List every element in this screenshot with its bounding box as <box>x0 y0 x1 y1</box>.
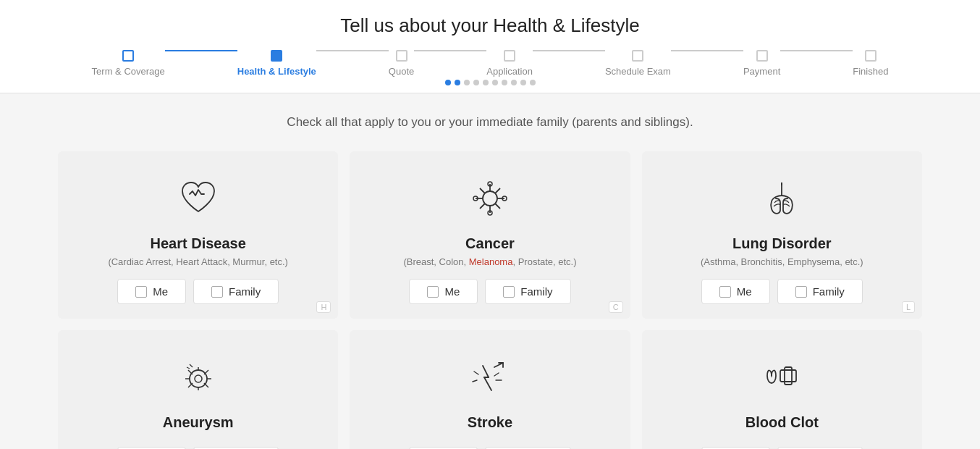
step-dot-1 <box>122 50 134 62</box>
heart-disease-me-checkbox <box>135 286 147 298</box>
lung-disorder-family-checkbox <box>795 286 807 298</box>
step-application: Application <box>486 50 533 77</box>
cancer-family-checkbox <box>503 286 515 298</box>
step-label-5: Schedule Exam <box>605 66 671 77</box>
card-stroke: Stroke Me Family S <box>350 330 630 449</box>
lung-disorder-me-checkbox <box>719 286 731 298</box>
page-title: Tell us about your Health & Lifestyle <box>0 14 980 37</box>
progress-dot-6 <box>492 80 498 85</box>
connector-2 <box>316 50 389 51</box>
step-label-4: Application <box>486 66 533 77</box>
lung-disorder-key: L <box>902 301 915 313</box>
heart-disease-me-button[interactable]: Me <box>117 279 186 304</box>
connector-4 <box>533 50 605 51</box>
heart-disease-subtitle: (Cardiac Arrest, Heart Attack, Murmur, e… <box>108 256 288 267</box>
svg-line-24 <box>190 364 193 367</box>
heart-disease-buttons: Me Family <box>117 279 279 304</box>
stroke-title: Stroke <box>468 414 512 431</box>
card-heart-disease: Heart Disease (Cardiac Arrest, Heart Att… <box>58 151 338 319</box>
card-lung-disorder: Lung Disorder (Asthma, Bronchitis, Emphy… <box>642 151 922 319</box>
step-dot-7 <box>865 50 876 62</box>
step-label-7: Finished <box>853 66 888 77</box>
step-finished: Finished <box>853 50 888 77</box>
blood-clot-icon <box>756 352 807 403</box>
lung-disorder-me-label: Me <box>737 285 752 298</box>
progress-dot-9 <box>520 80 526 85</box>
heart-disease-me-label: Me <box>153 285 168 298</box>
step-schedule-exam: Schedule Exam <box>605 50 671 77</box>
cancer-me-button[interactable]: Me <box>409 279 478 304</box>
svg-point-15 <box>195 375 202 382</box>
step-term-coverage: Term & Coverage <box>92 50 165 77</box>
heart-disease-family-checkbox <box>211 286 223 298</box>
step-dot-2 <box>271 50 282 62</box>
cancer-me-label: Me <box>444 285 460 298</box>
lung-disorder-buttons: Me Family <box>701 279 863 304</box>
conditions-grid: Heart Disease (Cardiac Arrest, Heart Att… <box>58 151 922 449</box>
aneurysm-icon <box>173 352 224 403</box>
cancer-me-checkbox <box>427 286 439 298</box>
svg-line-8 <box>480 203 485 209</box>
svg-line-26 <box>483 366 489 377</box>
progress-dot-7 <box>502 80 507 85</box>
card-aneurysm: Aneurysm Me Family A <box>58 330 338 449</box>
svg-line-33 <box>473 380 477 382</box>
step-dot-4 <box>504 50 515 62</box>
connector-6 <box>780 50 853 51</box>
svg-line-7 <box>495 188 500 193</box>
lung-disorder-subtitle: (Asthma, Bronchitis, Emphysema, etc.) <box>701 256 863 267</box>
progress-dot-2 <box>455 80 460 85</box>
step-label-1: Term & Coverage <box>92 66 165 77</box>
heart-disease-family-label: Family <box>229 285 261 298</box>
heart-disease-key: H <box>316 301 331 313</box>
svg-line-28 <box>484 377 491 390</box>
cancer-subtitle: (Breast, Colon, Melanoma, Prostate, etc.… <box>403 256 576 267</box>
cancer-icon <box>465 173 515 224</box>
progress-dot-4 <box>473 80 479 85</box>
svg-line-6 <box>495 203 500 209</box>
lung-disorder-me-button[interactable]: Me <box>701 279 770 304</box>
step-dot-3 <box>396 50 407 62</box>
lung-disorder-family-button[interactable]: Family <box>777 279 863 304</box>
svg-line-32 <box>474 372 478 374</box>
step-dot-6 <box>756 50 768 62</box>
step-payment: Payment <box>743 50 780 77</box>
blood-clot-title: Blood Clot <box>745 414 819 431</box>
page-header: Tell us about your Health & Lifestyle Te… <box>0 0 980 93</box>
connector-3 <box>414 50 486 51</box>
progress-dot-5 <box>483 80 489 85</box>
aneurysm-icon-svg <box>177 356 220 399</box>
lung-disorder-icon <box>756 173 807 224</box>
step-label-6: Payment <box>743 66 780 77</box>
heart-disease-family-button[interactable]: Family <box>193 279 279 304</box>
heart-disease-title: Heart Disease <box>151 235 246 252</box>
lung-disorder-title: Lung Disorder <box>732 235 832 252</box>
step-label-2: Health & Lifestyle <box>237 66 316 77</box>
aneurysm-title: Aneurysm <box>163 414 234 431</box>
svg-line-30 <box>494 373 499 376</box>
progress-dot-10 <box>530 80 536 85</box>
stroke-icon-svg <box>468 356 512 399</box>
progress-dot-1 <box>445 80 451 85</box>
connector-1 <box>165 50 237 51</box>
progress-dots <box>0 80 980 85</box>
cancer-highlight: Melanoma <box>469 256 513 267</box>
svg-rect-34 <box>780 370 796 382</box>
step-dot-5 <box>632 50 643 62</box>
heart-disease-icon <box>173 173 224 224</box>
cancer-family-button[interactable]: Family <box>485 279 570 304</box>
progress-dot-8 <box>511 80 517 85</box>
lung-icon-svg <box>760 177 803 220</box>
blood-clot-icon-svg <box>760 356 803 399</box>
cancer-title: Cancer <box>465 235 515 252</box>
connector-5 <box>671 50 743 51</box>
progress-dot-3 <box>464 80 470 85</box>
lung-disorder-family-label: Family <box>813 285 845 298</box>
cancer-buttons: Me Family <box>409 279 570 304</box>
main-content: Check all that apply to you or your imme… <box>0 93 980 449</box>
cancer-family-label: Family <box>520 285 552 298</box>
svg-point-14 <box>190 370 207 387</box>
progress-steps: Term & Coverage Health & Lifestyle Quote… <box>0 50 980 77</box>
cancer-icon-svg <box>468 177 512 220</box>
svg-line-25 <box>187 367 190 369</box>
